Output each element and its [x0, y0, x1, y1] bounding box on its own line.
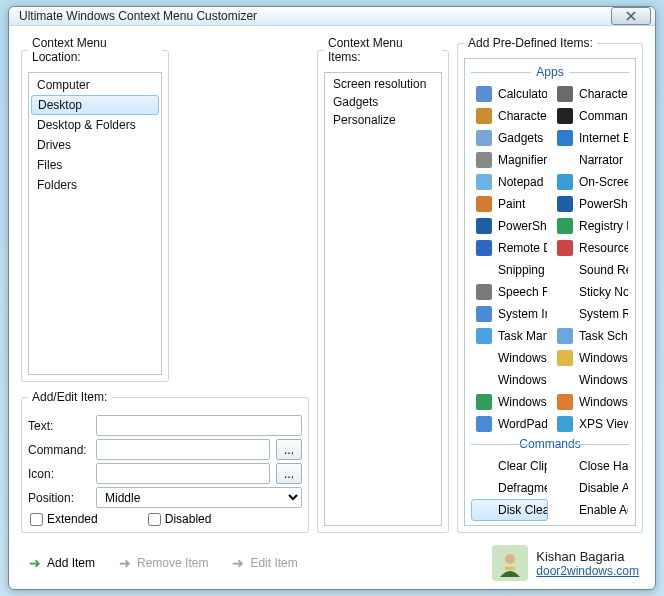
close-button[interactable]: [611, 7, 651, 25]
predefined-panel: Add Pre-Defined Items: Apps CalculatorCh…: [457, 36, 643, 533]
predef-app-item[interactable]: Windows Media Player: [552, 391, 629, 413]
predef-app-item[interactable]: Character Editor: [552, 83, 629, 105]
app-label: System Restore: [579, 307, 629, 321]
predef-app-item[interactable]: Narrator: [552, 149, 629, 171]
predef-command-item[interactable]: Enable Aero: [552, 499, 629, 521]
context-item[interactable]: Screen resolution: [325, 75, 441, 93]
edit-item-button[interactable]: ➜ Edit Item: [232, 555, 297, 571]
command-input[interactable]: [96, 439, 270, 460]
app-icon: [557, 152, 573, 168]
app-label: Snipping Tool: [498, 263, 548, 277]
command-browse-button[interactable]: ...: [276, 439, 302, 460]
predef-app-item[interactable]: Command Prompt: [552, 105, 629, 127]
location-item[interactable]: Folders: [29, 175, 161, 195]
app-icon: [476, 416, 492, 432]
predef-app-item[interactable]: Paint: [471, 193, 548, 215]
extended-checkbox-label[interactable]: Extended: [30, 512, 98, 526]
predef-app-item[interactable]: Magnifier: [471, 149, 548, 171]
predef-app-item[interactable]: WordPad: [471, 413, 548, 435]
predef-app-item[interactable]: Sticky Notes: [552, 281, 629, 303]
predef-command-item[interactable]: Clear Clipboard: [471, 455, 548, 477]
location-item[interactable]: Files: [29, 155, 161, 175]
app-label: Character Editor: [579, 87, 629, 101]
icon-input[interactable]: [96, 463, 270, 484]
predef-app-item[interactable]: Task Scheduler: [552, 325, 629, 347]
predef-app-item[interactable]: PowerShell ISE: [471, 215, 548, 237]
predef-app-item[interactable]: Speech Recognition: [471, 281, 548, 303]
command-icon: [557, 502, 573, 518]
commands-grid: Clear ClipboardClose Hanged AppsDefragme…: [471, 455, 629, 521]
predef-app-item[interactable]: Sound Recorder: [552, 259, 629, 281]
app-label: PowerShell ISE: [498, 219, 548, 233]
text-input[interactable]: [96, 415, 302, 436]
credit-block: Kishan Bagaria door2windows.com: [492, 545, 639, 581]
predef-app-item[interactable]: System Restore: [552, 303, 629, 325]
predef-app-item[interactable]: Windows Fax and Sc…: [471, 369, 548, 391]
author-link[interactable]: door2windows.com: [536, 564, 639, 578]
app-icon: [557, 130, 573, 146]
predef-app-item[interactable]: Task Manager: [471, 325, 548, 347]
predef-app-item[interactable]: Windows Media Cen…: [471, 391, 548, 413]
app-icon: [476, 86, 492, 102]
predef-app-item[interactable]: Remote Desktop: [471, 237, 548, 259]
predef-app-item[interactable]: Notepad: [471, 171, 548, 193]
app-icon: [476, 196, 492, 212]
command-icon: [557, 480, 573, 496]
predef-app-item[interactable]: XPS Viewer: [552, 413, 629, 435]
app-label: System Information: [498, 307, 548, 321]
app-icon: [476, 218, 492, 234]
location-item[interactable]: Desktop: [31, 95, 159, 115]
predef-command-item[interactable]: Close Hanged Apps: [552, 455, 629, 477]
commands-group-header: Commands: [471, 437, 629, 451]
app-icon: [476, 174, 492, 190]
predef-app-item[interactable]: Internet Explorer: [552, 127, 629, 149]
add-item-button[interactable]: ➜ Add Item: [29, 555, 95, 571]
author-name: Kishan Bagaria: [536, 549, 639, 564]
location-item[interactable]: Drives: [29, 135, 161, 155]
predef-app-item[interactable]: On-Screen Keyboard: [552, 171, 629, 193]
predefined-list[interactable]: Apps CalculatorCharacter EditorCharacter…: [464, 58, 636, 526]
command-label: Enable Aero: [579, 503, 629, 517]
app-label: Windows Journal: [579, 373, 629, 387]
predef-app-item[interactable]: Windows DVD Maker: [471, 347, 548, 369]
predef-app-item[interactable]: Gadgets: [471, 127, 548, 149]
position-select[interactable]: Middle: [96, 487, 302, 508]
location-panel: Context Menu Location: ComputerDesktopDe…: [21, 36, 169, 382]
app-icon: [476, 394, 492, 410]
disabled-checkbox-label[interactable]: Disabled: [148, 512, 212, 526]
remove-item-button[interactable]: ➜ Remove Item: [119, 555, 208, 571]
predef-app-item[interactable]: Snipping Tool: [471, 259, 548, 281]
predef-app-item[interactable]: Windows Explorer: [552, 347, 629, 369]
icon-browse-button[interactable]: ...: [276, 463, 302, 484]
app-label: PowerShell: [579, 197, 629, 211]
app-icon: [476, 350, 492, 366]
app-label: Speech Recognition: [498, 285, 548, 299]
predef-command-item[interactable]: Defragment: [471, 477, 548, 499]
left-column: Context Menu Location: ComputerDesktopDe…: [21, 36, 309, 533]
predef-app-item[interactable]: Resource Monitor: [552, 237, 629, 259]
predef-app-item[interactable]: Calculator: [471, 83, 548, 105]
disabled-checkbox[interactable]: [148, 513, 161, 526]
predefined-legend: Add Pre-Defined Items:: [464, 36, 597, 50]
predef-app-item[interactable]: System Information: [471, 303, 548, 325]
predef-app-item[interactable]: PowerShell: [552, 193, 629, 215]
context-item[interactable]: Gadgets: [325, 93, 441, 111]
location-item[interactable]: Desktop & Folders: [29, 115, 161, 135]
extended-checkbox[interactable]: [30, 513, 43, 526]
context-item[interactable]: Personalize: [325, 111, 441, 129]
predef-app-item[interactable]: Windows Journal: [552, 369, 629, 391]
predef-app-item[interactable]: Registry Editor: [552, 215, 629, 237]
command-icon: [557, 458, 573, 474]
location-list[interactable]: ComputerDesktopDesktop & FoldersDrivesFi…: [28, 72, 162, 375]
context-items-list[interactable]: Screen resolutionGadgetsPersonalize: [324, 72, 442, 526]
predef-command-item[interactable]: Disable Aero: [552, 477, 629, 499]
predef-command-item[interactable]: Disk Cleanup: [471, 499, 548, 521]
location-item[interactable]: Computer: [29, 75, 161, 95]
app-icon: [476, 372, 492, 388]
predef-app-item[interactable]: Character Map: [471, 105, 548, 127]
add-arrow-icon: ➜: [29, 555, 41, 571]
app-label: Resource Monitor: [579, 241, 629, 255]
app-window: Ultimate Windows Context Menu Customizer…: [8, 6, 656, 590]
command-label: Disable Aero: [579, 481, 629, 495]
app-label: Remote Desktop: [498, 241, 548, 255]
